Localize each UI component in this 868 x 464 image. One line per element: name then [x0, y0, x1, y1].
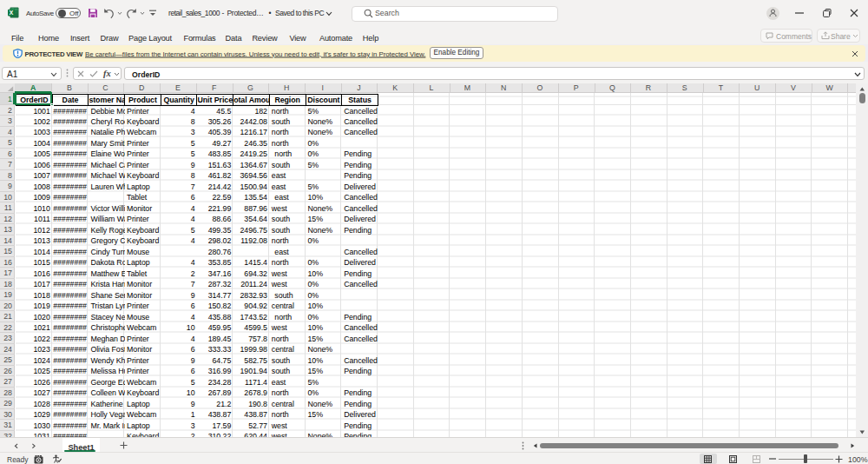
svg-text:X: X: [10, 9, 14, 17]
